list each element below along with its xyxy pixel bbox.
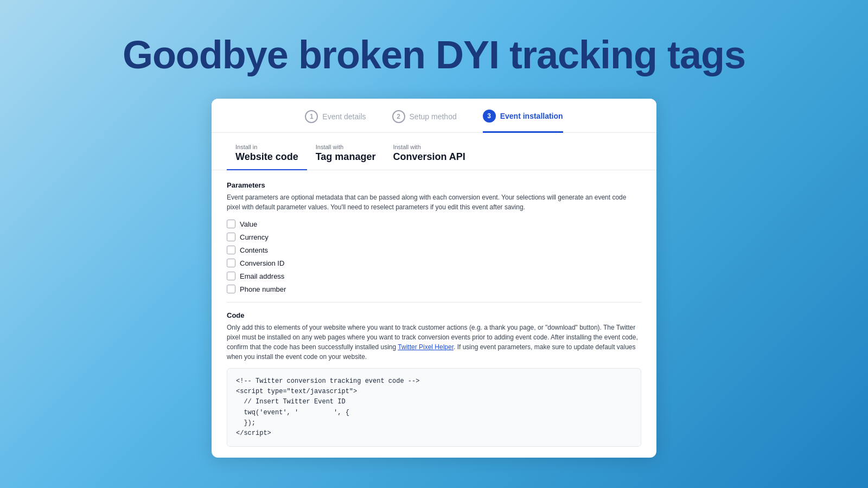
parameters-description: Event parameters are optional metadata t… <box>227 192 641 212</box>
steps-header: 1 Event details 2 Setup method 3 Event i… <box>212 99 656 133</box>
checkbox-phone-row: Phone number <box>227 285 641 293</box>
tab-tag-sub: Install with <box>316 144 376 150</box>
step-1-circle: 1 <box>305 110 318 123</box>
checkbox-value-row: Value <box>227 220 641 228</box>
step-1-number: 1 <box>310 113 314 120</box>
tab-conversion-api[interactable]: Install with Conversion API <box>384 142 474 170</box>
checkbox-email-row: Email address <box>227 272 641 280</box>
tabs-row: Install in Website code Install with Tag… <box>212 133 656 170</box>
twitter-pixel-helper-link[interactable]: Twitter Pixel Helper <box>398 343 454 351</box>
tab-website-sub: Install in <box>235 144 298 150</box>
checkbox-value-label: Value <box>240 220 257 228</box>
step-2-circle: 2 <box>392 110 405 123</box>
code-block[interactable]: <!-- Twitter conversion tracking event c… <box>227 368 641 447</box>
checkbox-email-label: Email address <box>240 272 284 280</box>
checkbox-contents[interactable] <box>227 246 235 254</box>
checkbox-currency[interactable] <box>227 233 235 241</box>
tab-website-main: Website code <box>235 151 298 163</box>
step-1[interactable]: 1 Event details <box>305 110 366 132</box>
main-card: 1 Event details 2 Setup method 3 Event i… <box>212 99 656 458</box>
checkbox-phone[interactable] <box>227 285 235 293</box>
tab-website-code[interactable]: Install in Website code <box>227 142 307 170</box>
step-3-number: 3 <box>487 112 491 120</box>
checkbox-conversion-row: Conversion ID <box>227 259 641 267</box>
code-section-desc: Only add this to elements of your websit… <box>227 323 641 362</box>
section-divider <box>227 302 641 303</box>
checkbox-email[interactable] <box>227 272 235 280</box>
hero-title: Goodbye broken DYI tracking tags <box>123 33 745 77</box>
step-2-label: Setup method <box>410 112 457 121</box>
step-2[interactable]: 2 Setup method <box>392 110 457 132</box>
parameters-title: Parameters <box>227 181 641 189</box>
checkbox-currency-row: Currency <box>227 233 641 241</box>
tab-tag-main: Tag manager <box>316 151 376 163</box>
tab-tag-manager[interactable]: Install with Tag manager <box>307 142 385 170</box>
checkbox-value[interactable] <box>227 220 235 228</box>
code-section-title: Code <box>227 311 641 319</box>
card-content: Parameters Event parameters are optional… <box>212 170 656 458</box>
step-1-label: Event details <box>322 112 366 121</box>
checkbox-contents-row: Contents <box>227 246 641 254</box>
tab-api-sub: Install with <box>393 144 465 150</box>
code-section: Code Only add this to elements of your w… <box>227 311 641 447</box>
step-3-label: Event installation <box>500 112 563 120</box>
checkbox-currency-label: Currency <box>240 233 269 241</box>
checkbox-phone-label: Phone number <box>240 285 286 293</box>
checkbox-contents-label: Contents <box>240 246 268 254</box>
checkbox-conversion-label: Conversion ID <box>240 259 284 267</box>
tab-api-main: Conversion API <box>393 151 465 163</box>
step-3-circle: 3 <box>483 110 496 123</box>
checkbox-conversion[interactable] <box>227 259 235 267</box>
step-3[interactable]: 3 Event installation <box>483 110 563 133</box>
step-2-number: 2 <box>397 113 400 120</box>
parameters-section: Parameters Event parameters are optional… <box>227 181 641 293</box>
